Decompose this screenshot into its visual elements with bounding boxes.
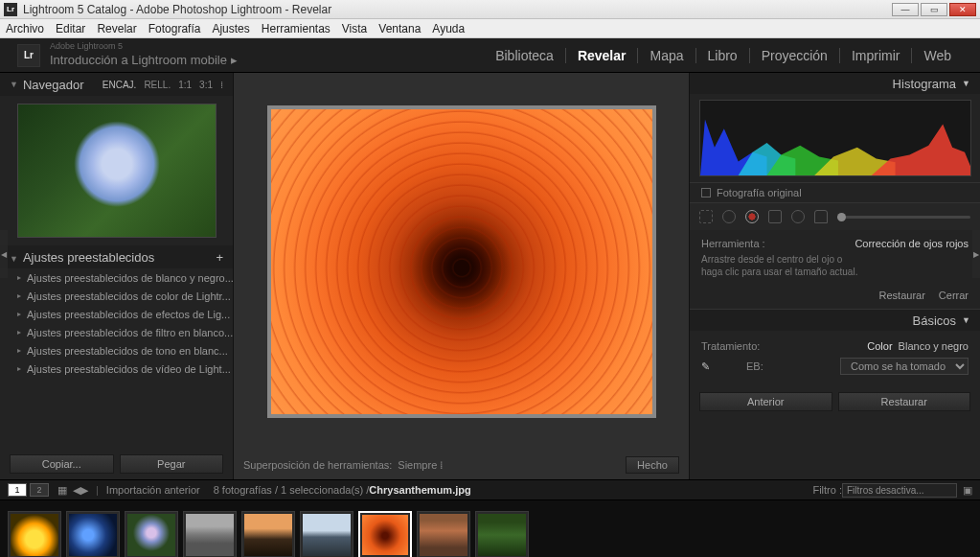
- navigator-preview[interactable]: [17, 104, 217, 238]
- import-source[interactable]: Importación anterior: [106, 484, 200, 496]
- minimize-button[interactable]: —: [892, 3, 919, 16]
- eyedropper-icon[interactable]: ✎: [701, 360, 710, 373]
- close-button[interactable]: ✕: [949, 3, 976, 16]
- module-web[interactable]: Web: [911, 48, 963, 63]
- filmstrip-thumb[interactable]: ★★★: [183, 511, 237, 558]
- paste-button[interactable]: Pegar: [120, 454, 224, 474]
- navopt-rell[interactable]: RELL.: [144, 80, 171, 90]
- filmstrip-thumb[interactable]: ★★★★: [300, 511, 353, 558]
- spot-tool-icon[interactable]: [722, 210, 736, 223]
- grid-icon[interactable]: ▦: [57, 484, 67, 497]
- preset-item[interactable]: Ajustes preestablecidos de tono en blanc…: [0, 341, 233, 360]
- tool-info: Herramienta :Corrección de ojos rojos Ar…: [690, 230, 980, 286]
- menu-herramientas[interactable]: Herramientas: [262, 22, 330, 35]
- header: Lr Adobe Lightroom 5 Introducción a Ligh…: [0, 38, 980, 73]
- lightroom-logo: Lr: [17, 44, 40, 67]
- brush-tool-icon[interactable]: [814, 210, 828, 223]
- preset-item[interactable]: Ajustes preestablecidos de filtro en bla…: [0, 323, 233, 341]
- preset-item[interactable]: Ajustes preestablecidos de efectos de Li…: [0, 305, 233, 323]
- checkbox-icon[interactable]: [701, 188, 711, 197]
- filmstrip-thumb[interactable]: ★★★★: [8, 511, 61, 558]
- menu-archivo[interactable]: Archivo: [6, 22, 44, 35]
- navigator-header[interactable]: ▼ Navegador ENCAJ. RELL. 1:1 3:1 ⁞: [0, 73, 233, 96]
- preset-item[interactable]: Ajustes preestablecidos de vídeo de Ligh…: [0, 360, 233, 378]
- filmstrip-thumb[interactable]: ★★★★: [125, 511, 178, 558]
- triangle-down-icon: ▼: [962, 315, 970, 325]
- tool-size-slider[interactable]: [837, 216, 970, 219]
- triangle-down-icon: ▼: [962, 79, 970, 88]
- menu-revelar[interactable]: Revelar: [97, 22, 136, 35]
- tool-hint: Arrastre desde el centro del ojo o haga …: [701, 253, 864, 278]
- add-preset-icon[interactable]: +: [216, 250, 223, 265]
- secondary-toolbar: 1 2 ▦ ◀▶ | Importación anterior 8 fotogr…: [0, 479, 980, 500]
- right-panel: Histograma▼ Fotografía original H: [689, 73, 980, 479]
- center-panel: Superposición de herramientas: Siempre ⁞…: [234, 73, 689, 479]
- canvas-area[interactable]: [234, 73, 689, 451]
- crop-tool-icon[interactable]: [699, 210, 713, 223]
- treatment-bw[interactable]: Blanco y negro: [899, 340, 969, 352]
- right-panel-toggle[interactable]: ▶: [972, 230, 980, 278]
- treatment-label: Tratamiento:: [701, 340, 760, 352]
- filter-dropdown[interactable]: Filtros desactiva...: [842, 483, 957, 498]
- filter-label: Filtro :: [812, 484, 842, 496]
- maximize-button[interactable]: ▭: [921, 3, 947, 16]
- filmstrip-thumb-selected[interactable]: ★★★★★: [358, 511, 412, 558]
- tool-close-button[interactable]: Cerrar: [939, 290, 969, 301]
- module-biblioteca[interactable]: Biblioteca: [484, 48, 565, 63]
- preset-item[interactable]: Ajustes preestablecidos de color de Ligh…: [0, 287, 233, 305]
- menu-ventana[interactable]: Ventana: [378, 22, 421, 35]
- filmstrip-thumb[interactable]: ★★★★: [66, 511, 120, 558]
- presets-header[interactable]: ▼Ajustes preestablecidos +: [0, 245, 233, 268]
- menu-ayuda[interactable]: Ayuda: [432, 22, 465, 35]
- window-title: Lightroom 5 Catalog - Adobe Photoshop Li…: [23, 3, 892, 16]
- left-panel-toggle[interactable]: ◀: [0, 230, 8, 278]
- filmstrip-thumb[interactable]: ★★★: [475, 511, 529, 558]
- back-icon[interactable]: ◀▶: [73, 484, 88, 497]
- tool-reset-button[interactable]: Restaurar: [879, 290, 925, 301]
- main-photo[interactable]: [267, 105, 656, 418]
- navopt-3-1[interactable]: 3:1: [199, 80, 213, 90]
- module-libro[interactable]: Libro: [695, 48, 749, 63]
- restore-button[interactable]: Restaurar: [838, 392, 971, 411]
- develop-toolbar: Superposición de herramientas: Siempre ⁞…: [234, 451, 689, 479]
- done-button[interactable]: Hecho: [626, 456, 679, 474]
- copy-button[interactable]: Copiar...: [10, 454, 114, 474]
- menu-ajustes[interactable]: Ajustes: [212, 22, 249, 35]
- module-mapa[interactable]: Mapa: [637, 48, 695, 63]
- wb-select[interactable]: Como se ha tomado: [840, 358, 969, 375]
- histogram-graph[interactable]: [699, 100, 971, 176]
- filmstrip[interactable]: ★★★★ ★★★★ ★★★★ ★★★ ★★★ ★★★★ ★★★★★ ★★★ ★★…: [0, 500, 980, 557]
- triangle-down-icon: ▼: [10, 254, 18, 264]
- triangle-down-icon: ▼: [10, 80, 18, 89]
- menubar: Archivo Editar Revelar Fotografía Ajuste…: [0, 19, 980, 38]
- menu-editar[interactable]: Editar: [56, 22, 85, 35]
- treatment-color[interactable]: Color: [867, 340, 892, 352]
- gradient-tool-icon[interactable]: [768, 210, 782, 223]
- module-revelar[interactable]: Revelar: [565, 48, 638, 63]
- main-area: ▼ Navegador ENCAJ. RELL. 1:1 3:1 ⁞ ▼Ajus…: [0, 73, 980, 479]
- page-2-button[interactable]: 2: [30, 483, 49, 497]
- previous-button[interactable]: Anterior: [699, 392, 832, 411]
- photo-count: 8 fotografías / 1 seleccionada(s) /: [214, 484, 370, 496]
- module-proyeccion[interactable]: Proyección: [749, 48, 839, 63]
- titlebar: Lr Lightroom 5 Catalog - Adobe Photoshop…: [0, 0, 980, 19]
- identity-plate[interactable]: Adobe Lightroom 5 Introducción a Lightro…: [50, 41, 484, 69]
- preset-item[interactable]: Ajustes preestablecidos de blanco y negr…: [0, 268, 233, 287]
- filmstrip-thumb[interactable]: ★★★: [241, 511, 295, 558]
- redeye-tool-icon[interactable]: [745, 210, 759, 223]
- wb-label: EB:: [746, 360, 763, 372]
- filmstrip-thumb[interactable]: ★★★: [417, 511, 470, 558]
- module-imprimir[interactable]: Imprimir: [839, 48, 912, 63]
- menu-vista[interactable]: Vista: [342, 22, 367, 35]
- menu-fotografia[interactable]: Fotografía: [148, 22, 201, 35]
- navopt-encaj[interactable]: ENCAJ.: [103, 80, 137, 90]
- navopt-1-1[interactable]: 1:1: [178, 80, 192, 90]
- radial-tool-icon[interactable]: [791, 210, 805, 223]
- histogram-header[interactable]: Histograma▼: [690, 73, 980, 94]
- tool-overlay-value[interactable]: Siempre ⁞: [398, 459, 444, 472]
- navopt-more[interactable]: ⁞: [220, 80, 223, 90]
- page-1-button[interactable]: 1: [8, 483, 27, 497]
- basics-header[interactable]: Básicos▼: [690, 310, 980, 331]
- original-photo-check[interactable]: Fotografía original: [690, 182, 980, 203]
- filter-lock-icon[interactable]: ▣: [963, 484, 972, 497]
